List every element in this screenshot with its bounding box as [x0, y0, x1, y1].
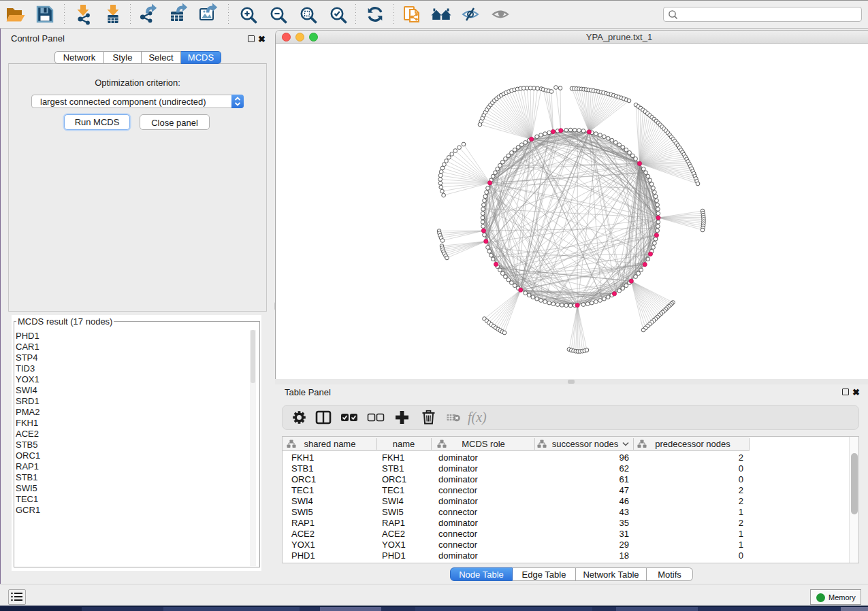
svg-text:f(x): f(x): [468, 410, 487, 425]
